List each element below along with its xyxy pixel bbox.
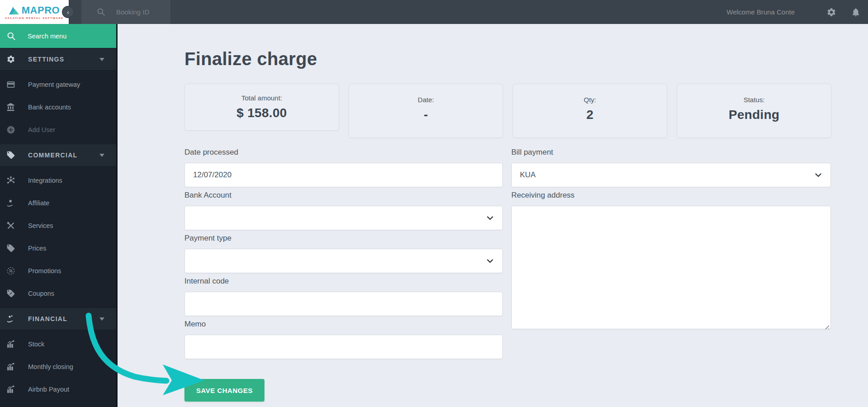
sidebar-item-airbnb-payout[interactable]: Airbnb Payout [0, 378, 116, 401]
booking-id-search-input[interactable] [116, 8, 170, 16]
card-total-amount: Total amount: $ 158.00 [184, 84, 339, 131]
sidebar-item-monthly-closing[interactable]: Monthly closing [0, 355, 116, 378]
sidebar-item-label: Services [28, 222, 53, 229]
sidebar: Search menu SETTINGS Payment gateway Ban… [0, 24, 118, 407]
sidebar-item-label: Add User [28, 126, 55, 133]
sidebar-item-label: Search menu [28, 33, 66, 40]
settings-gear-button[interactable] [826, 7, 836, 17]
sidebar-item-add-user[interactable]: Add User [0, 118, 116, 141]
hand-coins-icon [6, 314, 15, 323]
card-label: Total amount: [185, 94, 339, 102]
card-status: Status: Pending [677, 84, 831, 138]
mapro-logo: MAPRO VACATION RENTAL SOFTWARE [0, 0, 69, 24]
page-title: Finalize charge [184, 49, 868, 69]
sidebar-section-settings[interactable]: SETTINGS [0, 48, 116, 71]
bill-payment-value: KUA [520, 170, 815, 180]
sidebar-item-bank-accounts[interactable]: Bank accounts [0, 96, 116, 118]
receiving-address-textarea[interactable] [511, 206, 831, 329]
bank-account-select[interactable] [184, 206, 503, 230]
date-processed-input[interactable] [184, 163, 503, 187]
chevron-down-icon [487, 259, 493, 263]
save-changes-button[interactable]: SAVE CHANGES [184, 379, 264, 402]
tag-icon [6, 151, 15, 160]
bank-icon [6, 103, 15, 112]
hand-coin-icon [6, 199, 15, 208]
topbar: MAPRO VACATION RENTAL SOFTWARE ‹ Welcome… [0, 0, 868, 24]
chevron-down-icon [99, 317, 104, 321]
bell-icon [851, 7, 861, 17]
bank-account-label: Bank Account [184, 191, 503, 200]
booking-search-box[interactable] [81, 0, 170, 24]
mountain-logo-icon [9, 7, 21, 14]
receiving-address-label: Receiving address [511, 191, 831, 200]
sidebar-section-label: COMMERCIAL [28, 151, 77, 159]
sidebar-item-services[interactable]: Services [0, 214, 116, 237]
search-icon [7, 32, 16, 41]
sidebar-item-label: Airbnb Payout [28, 386, 69, 393]
sidebar-item-prices[interactable]: Prices [0, 237, 116, 260]
sidebar-item-integrations[interactable]: Integrations [0, 169, 116, 192]
memo-input[interactable] [184, 335, 503, 359]
sidebar-item-label: Stock [28, 341, 44, 348]
internal-code-input[interactable] [184, 292, 503, 316]
sidebar-item-stock[interactable]: Stock [0, 333, 116, 355]
finalize-charge-form: Date processed Bank Account Payment type [184, 148, 868, 402]
welcome-user-text: Welcome Bruna Conte [726, 8, 795, 16]
sidebar-item-label: Bank accounts [28, 104, 71, 111]
sidebar-section-financial[interactable]: FINANCIAL [0, 308, 116, 330]
sidebar-item-promotions[interactable]: Promotions [0, 260, 116, 282]
summary-cards: Total amount: $ 158.00 Date: - Qty: 2 St… [184, 84, 833, 138]
payment-type-select[interactable] [184, 249, 503, 273]
sidebar-item-search-menu[interactable]: Search menu [0, 24, 116, 48]
card-value: - [349, 108, 503, 122]
sidebar-section-label: FINANCIAL [28, 315, 67, 322]
main-content: Finalize charge Total amount: $ 158.00 D… [119, 24, 868, 407]
tools-icon [6, 221, 15, 230]
sidebar-item-partial[interactable] [0, 401, 116, 407]
sidebar-item-label: Affiliate [28, 199, 49, 207]
sidebar-section-label: SETTINGS [28, 56, 64, 63]
percent-icon [6, 266, 15, 275]
chevron-left-icon: ‹ [67, 9, 69, 15]
card-value: $ 158.00 [185, 106, 339, 120]
logo-tagline: VACATION RENTAL SOFTWARE [5, 17, 64, 19]
chevron-down-icon [99, 154, 104, 157]
status-badge: Pending [677, 108, 831, 122]
sidebar-item-label: Monthly closing [28, 363, 73, 370]
card-qty: Qty: 2 [513, 84, 667, 138]
memo-label: Memo [184, 320, 503, 329]
coupon-tag-icon [6, 289, 15, 298]
bar-chart-icon [6, 362, 15, 371]
chevron-down-icon [815, 173, 821, 177]
sidebar-item-payment-gateway[interactable]: Payment gateway [0, 73, 116, 96]
sidebar-item-coupons[interactable]: Coupons [0, 282, 116, 305]
bar-chart-icon [6, 340, 15, 349]
logo-brand-text: MAPRO [22, 5, 60, 16]
card-value: 2 [513, 108, 667, 122]
gear-icon [6, 55, 15, 64]
chevron-down-icon [487, 216, 493, 220]
sidebar-collapse-button[interactable]: ‹ [62, 6, 74, 18]
internal-code-label: Internal code [184, 277, 503, 286]
sidebar-item-label: Promotions [28, 267, 61, 274]
sidebar-section-commercial[interactable]: COMMERCIAL [0, 144, 116, 166]
sidebar-item-label: Prices [28, 245, 46, 252]
notifications-button[interactable] [851, 7, 861, 17]
card-label: Status: [677, 96, 831, 104]
gear-icon [826, 7, 836, 17]
network-icon [6, 176, 15, 185]
plus-circle-icon [6, 125, 15, 134]
card-date: Date: - [349, 84, 503, 138]
card-label: Qty: [513, 96, 667, 104]
sidebar-item-affiliate[interactable]: Affiliate [0, 192, 116, 214]
payment-type-label: Payment type [184, 234, 503, 243]
bill-payment-select[interactable]: KUA [511, 163, 831, 187]
bill-payment-label: Bill payment [511, 148, 831, 157]
tag-icon [6, 244, 15, 253]
date-processed-label: Date processed [184, 148, 503, 157]
search-icon [97, 8, 105, 16]
sidebar-item-label: Payment gateway [28, 81, 80, 88]
sidebar-item-label: Coupons [28, 290, 54, 297]
bar-chart-icon [6, 385, 15, 394]
credit-card-icon [6, 80, 15, 89]
